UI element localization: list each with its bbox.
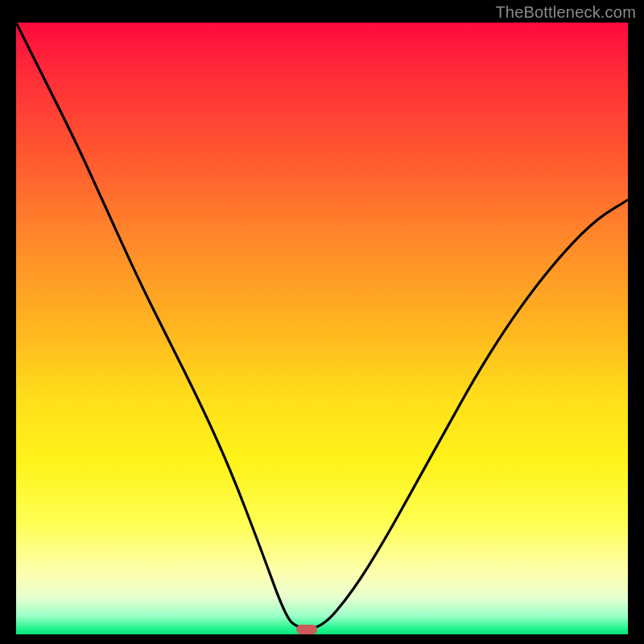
curve-path	[16, 23, 628, 628]
chart-stage: TheBottleneck.com	[0, 0, 644, 644]
min-marker	[296, 625, 317, 634]
watermark-text: TheBottleneck.com	[495, 3, 636, 22]
bottleneck-curve	[16, 23, 628, 634]
plot-area	[16, 23, 628, 634]
